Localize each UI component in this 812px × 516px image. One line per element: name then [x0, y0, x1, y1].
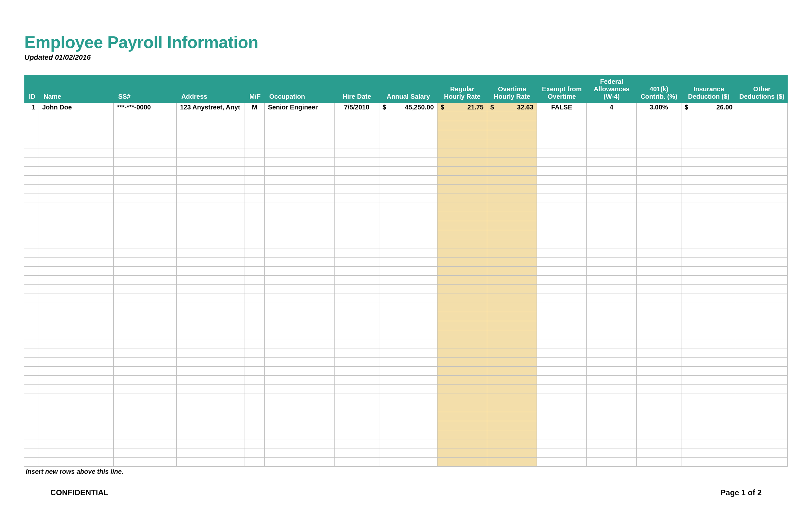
empty-cell[interactable] — [736, 358, 788, 367]
empty-cell[interactable] — [24, 412, 39, 421]
empty-cell[interactable] — [177, 403, 245, 412]
empty-cell[interactable] — [114, 449, 177, 458]
empty-cell[interactable] — [537, 121, 587, 130]
empty-cell[interactable] — [487, 339, 537, 348]
empty-cell[interactable] — [114, 166, 177, 176]
table-row[interactable] — [24, 330, 788, 339]
empty-cell[interactable] — [537, 439, 587, 449]
empty-cell[interactable] — [177, 230, 245, 239]
empty-cell[interactable] — [437, 276, 487, 285]
empty-cell[interactable] — [177, 257, 245, 267]
empty-cell[interactable] — [379, 321, 437, 330]
empty-cell[interactable] — [24, 148, 39, 157]
empty-cell[interactable] — [265, 449, 335, 458]
empty-cell[interactable] — [39, 449, 114, 458]
empty-cell[interactable] — [587, 394, 636, 403]
empty-cell[interactable] — [587, 458, 636, 467]
table-row[interactable] — [24, 230, 788, 239]
empty-cell[interactable] — [682, 285, 736, 294]
empty-cell[interactable] — [24, 439, 39, 449]
empty-cell[interactable] — [736, 203, 788, 212]
empty-cell[interactable] — [437, 430, 487, 439]
empty-cell[interactable] — [487, 403, 537, 412]
empty-cell[interactable] — [736, 330, 788, 339]
empty-cell[interactable] — [24, 312, 39, 321]
empty-cell[interactable] — [114, 321, 177, 330]
empty-cell[interactable] — [637, 421, 682, 430]
empty-cell[interactable] — [265, 421, 335, 430]
empty-cell[interactable] — [24, 112, 39, 121]
table-row[interactable] — [24, 248, 788, 257]
empty-cell[interactable] — [587, 112, 636, 121]
empty-cell[interactable] — [736, 157, 788, 166]
empty-cell[interactable] — [487, 312, 537, 321]
empty-cell[interactable] — [487, 221, 537, 230]
empty-cell[interactable] — [682, 194, 736, 203]
empty-cell[interactable] — [487, 157, 537, 166]
empty-cell[interactable] — [587, 439, 636, 449]
empty-cell[interactable] — [682, 176, 736, 185]
empty-cell[interactable] — [437, 330, 487, 339]
empty-cell[interactable] — [637, 257, 682, 267]
empty-cell[interactable] — [437, 421, 487, 430]
empty-cell[interactable] — [177, 176, 245, 185]
empty-cell[interactable] — [114, 394, 177, 403]
empty-cell[interactable] — [177, 394, 245, 403]
empty-cell[interactable] — [682, 403, 736, 412]
empty-cell[interactable] — [39, 203, 114, 212]
empty-cell[interactable] — [39, 421, 114, 430]
empty-cell[interactable] — [245, 203, 265, 212]
empty-cell[interactable] — [335, 339, 379, 348]
empty-cell[interactable] — [39, 285, 114, 294]
table-row[interactable] — [24, 121, 788, 130]
table-row[interactable] — [24, 294, 788, 303]
empty-cell[interactable] — [177, 376, 245, 385]
empty-cell[interactable] — [587, 248, 636, 257]
empty-cell[interactable] — [437, 203, 487, 212]
empty-cell[interactable] — [335, 394, 379, 403]
empty-cell[interactable] — [177, 276, 245, 285]
empty-cell[interactable] — [335, 157, 379, 166]
empty-cell[interactable] — [114, 130, 177, 139]
empty-cell[interactable] — [177, 139, 245, 148]
empty-cell[interactable] — [437, 212, 487, 221]
empty-cell[interactable] — [335, 130, 379, 139]
empty-cell[interactable] — [487, 239, 537, 248]
empty-cell[interactable] — [335, 257, 379, 267]
empty-cell[interactable] — [487, 376, 537, 385]
empty-cell[interactable] — [265, 394, 335, 403]
empty-cell[interactable] — [682, 358, 736, 367]
table-row[interactable] — [24, 385, 788, 394]
empty-cell[interactable] — [587, 367, 636, 376]
empty-cell[interactable] — [335, 439, 379, 449]
empty-cell[interactable] — [537, 248, 587, 257]
empty-cell[interactable] — [335, 458, 379, 467]
empty-cell[interactable] — [736, 321, 788, 330]
empty-cell[interactable] — [736, 376, 788, 385]
empty-cell[interactable] — [335, 139, 379, 148]
empty-cell[interactable] — [682, 394, 736, 403]
empty-cell[interactable] — [24, 339, 39, 348]
empty-cell[interactable] — [39, 157, 114, 166]
empty-cell[interactable] — [736, 176, 788, 185]
empty-cell[interactable] — [39, 330, 114, 339]
empty-cell[interactable] — [39, 212, 114, 221]
empty-cell[interactable] — [39, 294, 114, 303]
empty-cell[interactable] — [39, 385, 114, 394]
table-row[interactable]: 1 John Doe ***-***-0000 123 Anystreet, A… — [24, 103, 788, 112]
empty-cell[interactable] — [379, 239, 437, 248]
empty-cell[interactable] — [177, 312, 245, 321]
empty-cell[interactable] — [379, 385, 437, 394]
empty-cell[interactable] — [24, 139, 39, 148]
empty-cell[interactable] — [587, 230, 636, 239]
empty-cell[interactable] — [437, 176, 487, 185]
empty-cell[interactable] — [265, 412, 335, 421]
empty-cell[interactable] — [537, 348, 587, 358]
empty-cell[interactable] — [587, 121, 636, 130]
empty-cell[interactable] — [637, 276, 682, 285]
empty-cell[interactable] — [437, 185, 487, 194]
empty-cell[interactable] — [537, 148, 587, 157]
empty-cell[interactable] — [265, 339, 335, 348]
empty-cell[interactable] — [245, 212, 265, 221]
empty-cell[interactable] — [39, 230, 114, 239]
